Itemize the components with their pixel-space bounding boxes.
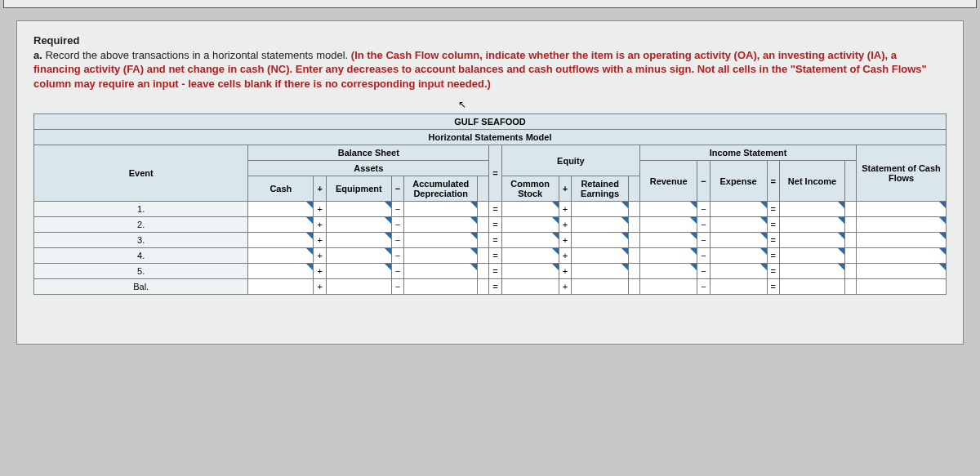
accumdep-input-5[interactable]: [404, 279, 478, 295]
op-eq-bs-1: =: [489, 217, 501, 233]
netincome-input-3[interactable]: [780, 248, 845, 264]
sp3-4: [845, 264, 857, 279]
expense-input-1[interactable]: [710, 217, 767, 233]
cashflow-input-3[interactable]: [857, 248, 947, 264]
commonstock-input-0[interactable]: [501, 202, 559, 217]
sp1-0: [478, 202, 489, 217]
revenue-input-3[interactable]: [640, 248, 697, 264]
section-cash-flows: Statement of Cash Flows: [857, 145, 947, 202]
op-equals-inc: =: [767, 161, 779, 202]
commonstock-input-5[interactable]: [501, 279, 559, 295]
input-indicator-icon: [470, 248, 477, 255]
sp1-3: [478, 248, 489, 264]
input-indicator-icon: [838, 233, 844, 239]
revenue-input-0[interactable]: [640, 202, 697, 217]
equipment-input-0[interactable]: [326, 202, 391, 217]
sp1-1: [478, 217, 489, 233]
netincome-input-4[interactable]: [780, 264, 845, 279]
cashflow-input-1[interactable]: [857, 217, 947, 233]
netincome-input-5[interactable]: [780, 279, 845, 295]
op-minus2-3: −: [697, 248, 710, 264]
equipment-input-4[interactable]: [326, 264, 391, 279]
cash-input-1[interactable]: [248, 217, 314, 233]
col-accum-dep: Accumulated Depreciation: [404, 176, 478, 202]
retearn-input-5[interactable]: [572, 279, 629, 295]
expense-input-3[interactable]: [710, 248, 767, 264]
op-plus2-4: +: [559, 264, 571, 279]
op-spacer-eq: [629, 176, 640, 202]
retearn-input-2[interactable]: [572, 233, 629, 248]
statements-table: GULF SEAFOOD Horizontal Statements Model…: [33, 113, 947, 295]
accumdep-input-1[interactable]: [404, 217, 478, 233]
netincome-input-0[interactable]: [780, 202, 845, 217]
row-label-3: 4.: [34, 248, 248, 264]
input-indicator-icon: [306, 202, 313, 208]
equipment-input-5[interactable]: [326, 279, 391, 295]
cash-input-4[interactable]: [248, 264, 314, 279]
sp3-1: [845, 217, 857, 233]
revenue-input-2[interactable]: [640, 233, 697, 248]
expense-input-4[interactable]: [710, 264, 767, 279]
op-eq-inc-4: =: [767, 264, 779, 279]
expense-input-0[interactable]: [710, 202, 767, 217]
expense-input-5[interactable]: [710, 279, 767, 295]
input-indicator-icon: [690, 248, 697, 255]
netincome-input-1[interactable]: [780, 217, 845, 233]
op-eq-bs-5: =: [489, 279, 501, 295]
cash-input-0[interactable]: [248, 202, 314, 217]
sp1-5: [478, 279, 489, 295]
cashflow-input-4[interactable]: [857, 264, 947, 279]
cashflow-input-2[interactable]: [857, 233, 947, 248]
required-heading: Required: [33, 34, 79, 47]
input-indicator-icon: [939, 248, 946, 255]
accumdep-input-3[interactable]: [404, 248, 478, 264]
cash-input-5[interactable]: [248, 279, 314, 295]
commonstock-input-1[interactable]: [501, 217, 559, 233]
accumdep-input-4[interactable]: [404, 264, 478, 279]
sp2-2: [629, 233, 640, 248]
group-assets: Assets: [248, 161, 489, 176]
revenue-input-1[interactable]: [640, 217, 697, 233]
col-revenue: Revenue: [640, 161, 697, 202]
revenue-input-4[interactable]: [640, 264, 697, 279]
commonstock-input-3[interactable]: [501, 248, 559, 264]
input-indicator-icon: [552, 233, 559, 239]
input-indicator-icon: [760, 202, 767, 208]
input-indicator-icon: [760, 248, 767, 255]
input-indicator-icon: [690, 217, 697, 224]
revenue-input-5[interactable]: [640, 279, 697, 295]
cashflow-input-5[interactable]: [857, 279, 947, 295]
input-indicator-icon: [621, 202, 628, 208]
input-indicator-icon: [552, 248, 559, 255]
retearn-input-4[interactable]: [572, 264, 629, 279]
company-title: GULF SEAFOOD: [34, 114, 947, 130]
sp3-5: [845, 279, 857, 295]
col-expense: Expense: [710, 161, 767, 202]
section-income-statement: Income Statement: [640, 145, 857, 161]
group-equity: Equity: [501, 145, 639, 176]
cash-input-2[interactable]: [248, 233, 314, 248]
accumdep-input-0[interactable]: [404, 202, 478, 217]
accumdep-input-2[interactable]: [404, 233, 478, 248]
input-indicator-icon: [939, 264, 946, 270]
input-indicator-icon: [690, 202, 697, 208]
input-indicator-icon: [470, 264, 477, 270]
commonstock-input-4[interactable]: [501, 264, 559, 279]
equipment-input-2[interactable]: [326, 233, 391, 248]
retearn-input-0[interactable]: [572, 202, 629, 217]
op-plus2-3: +: [559, 248, 571, 264]
equipment-input-1[interactable]: [326, 217, 391, 233]
cashflow-input-0[interactable]: [857, 202, 947, 217]
op-minus-2: −: [391, 233, 403, 248]
sp2-1: [629, 217, 640, 233]
equipment-input-3[interactable]: [326, 248, 391, 264]
cash-input-3[interactable]: [248, 248, 314, 264]
netincome-input-2[interactable]: [780, 233, 845, 248]
retearn-input-1[interactable]: [572, 217, 629, 233]
commonstock-input-2[interactable]: [501, 233, 559, 248]
expense-input-2[interactable]: [710, 233, 767, 248]
retearn-input-3[interactable]: [572, 248, 629, 264]
op-eq-inc-0: =: [767, 202, 779, 217]
input-indicator-icon: [621, 233, 628, 239]
op-plus-4: +: [314, 264, 326, 279]
